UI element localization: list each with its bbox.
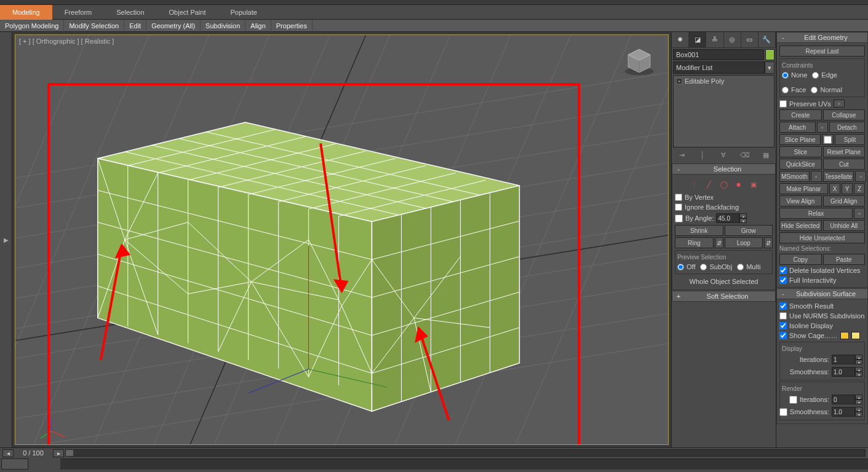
hide-selected-button[interactable]: Hide Selected: [779, 220, 822, 231]
show-cage-checkbox[interactable]: [779, 332, 787, 339]
ribbon-tab-object-paint[interactable]: Object Paint: [157, 5, 218, 20]
make-planar-button[interactable]: Make Planar: [779, 183, 828, 194]
render-smooth-checkbox[interactable]: [779, 408, 787, 416]
cut-button[interactable]: Cut: [823, 159, 866, 170]
spinner-down-icon[interactable]: ▾: [855, 412, 862, 417]
preview-multi-radio[interactable]: [737, 264, 744, 270]
modifier-list-dropdown[interactable]: Modifier List: [673, 61, 765, 74]
view-cube[interactable]: [623, 45, 656, 78]
iterations-spinner[interactable]: [832, 355, 855, 364]
subribbon-polygon-modeling[interactable]: Polygon Modeling: [0, 20, 64, 32]
utilities-tab-icon[interactable]: 🔧: [759, 32, 776, 47]
spinner-down-icon[interactable]: ▾: [855, 399, 862, 404]
grid-align-button[interactable]: Grid Align: [823, 195, 866, 206]
timeline-ticks[interactable]: [60, 458, 868, 470]
preview-subobj-radio[interactable]: [700, 264, 707, 270]
viewport-label[interactable]: [ + ] [ Orthographic ] [ Realistic ]: [19, 37, 114, 45]
tessellate-button[interactable]: Tessellate: [823, 171, 854, 182]
make-unique-icon[interactable]: ∀: [719, 150, 728, 160]
planar-x-button[interactable]: X: [829, 183, 840, 194]
constraint-none-radio[interactable]: [782, 72, 789, 79]
key-mode-button[interactable]: [1, 458, 28, 470]
hierarchy-tab-icon[interactable]: ╩: [706, 32, 723, 47]
timeline-scroll-left[interactable]: ◂: [2, 449, 14, 457]
unhide-all-button[interactable]: Unhide All: [823, 220, 866, 231]
loop-button[interactable]: Loop: [725, 237, 763, 248]
rollout-edit-geometry-header[interactable]: -Edit Geometry: [776, 32, 868, 43]
object-name-input[interactable]: [673, 49, 764, 60]
timeline-scroll-right[interactable]: ▸: [53, 449, 64, 457]
preserve-uvs-settings[interactable]: ▫: [834, 100, 845, 108]
preview-off-radio[interactable]: [677, 264, 684, 270]
slice-button[interactable]: Slice: [779, 146, 822, 157]
smooth-result-checkbox[interactable]: [779, 302, 787, 310]
by-vertex-checkbox[interactable]: [675, 194, 682, 201]
timeline-scrollbar[interactable]: [65, 449, 866, 457]
msmooth-button[interactable]: MSmooth: [779, 171, 810, 182]
constraint-face-radio[interactable]: [782, 87, 789, 93]
object-color-swatch[interactable]: [765, 49, 774, 60]
cage-color1-swatch[interactable]: [840, 332, 849, 339]
slice-plane-button[interactable]: Slice Plane: [779, 134, 821, 145]
reset-plane-button[interactable]: Reset Plane: [823, 146, 866, 157]
modify-tab-icon[interactable]: ◪: [689, 32, 706, 47]
msmooth-settings[interactable]: ▫: [811, 171, 822, 182]
create-button[interactable]: Create: [779, 109, 822, 120]
subobj-border-icon[interactable]: ◯: [719, 179, 730, 190]
quickslice-button[interactable]: QuickSlice: [779, 159, 822, 170]
isoline-checkbox[interactable]: [779, 322, 787, 329]
subobj-vertex-icon[interactable]: ⋮: [689, 179, 700, 190]
ignore-backfacing-checkbox[interactable]: [675, 203, 682, 211]
attach-settings[interactable]: ▫: [817, 122, 828, 133]
rollout-selection-header[interactable]: -Selection: [672, 163, 776, 175]
subobj-edge-icon[interactable]: ╱: [704, 179, 715, 190]
cage-color2-swatch[interactable]: [851, 332, 860, 339]
left-edge-tab[interactable]: ▶: [0, 32, 12, 447]
shrink-button[interactable]: Shrink: [675, 225, 723, 236]
grow-button[interactable]: Grow: [725, 225, 773, 236]
spinner-down-icon[interactable]: ▾: [855, 360, 862, 364]
rollout-subdiv-header[interactable]: -Subdivision Surface: [776, 288, 868, 299]
by-angle-spinner[interactable]: [716, 213, 739, 223]
relax-settings[interactable]: ▫: [854, 208, 865, 219]
spinner-up-icon[interactable]: ▴: [855, 355, 862, 360]
rollout-soft-selection-header[interactable]: +Soft Selection: [672, 291, 776, 302]
subribbon-edit[interactable]: Edit: [124, 20, 146, 32]
constraint-normal-radio[interactable]: [811, 87, 818, 93]
planar-z-button[interactable]: Z: [854, 183, 865, 194]
ribbon-tab-selection[interactable]: Selection: [104, 5, 156, 20]
subobj-polygon-icon[interactable]: ■: [733, 179, 744, 190]
spinner-up-icon[interactable]: ▴: [855, 395, 862, 399]
render-smoothness-spinner[interactable]: [832, 407, 855, 417]
attach-button[interactable]: Attach: [779, 122, 816, 133]
pin-stack-icon[interactable]: ⇥: [677, 150, 687, 160]
configure-sets-icon[interactable]: ▦: [761, 150, 771, 160]
spinner-down-icon[interactable]: ▾: [855, 372, 862, 377]
modifier-stack[interactable]: + Editable Poly: [673, 75, 774, 148]
use-nurms-checkbox[interactable]: [779, 312, 787, 320]
stack-item-editable-poly[interactable]: + Editable Poly: [675, 77, 773, 85]
repeat-last-button[interactable]: Repeat Last: [779, 45, 865, 57]
render-iterations-spinner[interactable]: [832, 395, 855, 404]
ring-spinner[interactable]: ⇵: [715, 237, 723, 248]
paste-button[interactable]: Paste: [823, 254, 866, 265]
subribbon-properties[interactable]: Properties: [271, 20, 313, 32]
spinner-up-icon[interactable]: ▴: [739, 213, 747, 218]
render-iter-checkbox[interactable]: [789, 396, 797, 404]
smoothness-spinner[interactable]: [832, 367, 855, 377]
constraint-edge-radio[interactable]: [812, 72, 819, 79]
subribbon-align[interactable]: Align: [245, 20, 271, 32]
subribbon-subdivision[interactable]: Subdivision: [201, 20, 245, 32]
viewport[interactable]: [ + ] [ Orthographic ] [ Realistic ]: [15, 34, 669, 445]
create-tab-icon[interactable]: ✸: [672, 32, 689, 47]
modifier-list-arrow[interactable]: ▾: [765, 61, 774, 74]
relax-button[interactable]: Relax: [779, 208, 853, 219]
tessellate-settings[interactable]: ▫: [855, 171, 866, 182]
split-checkbox[interactable]: [824, 136, 832, 144]
spinner-up-icon[interactable]: ▴: [855, 367, 862, 372]
show-end-result-icon[interactable]: │: [698, 150, 707, 160]
hide-unselected-button[interactable]: Hide Unselected: [779, 232, 865, 243]
subribbon-modify-selection[interactable]: Modify Selection: [64, 20, 124, 32]
by-angle-checkbox[interactable]: [675, 214, 683, 222]
expand-icon[interactable]: +: [676, 78, 682, 84]
